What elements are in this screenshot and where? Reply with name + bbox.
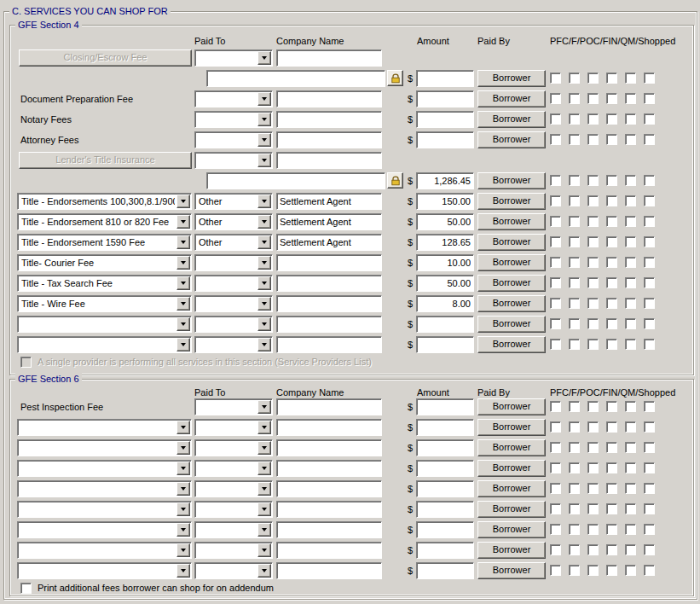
dropdown-arrow-button[interactable] xyxy=(257,564,271,578)
dropdown-arrow-button[interactable] xyxy=(257,502,271,516)
company-name-input[interactable] xyxy=(276,275,382,292)
amount-input[interactable] xyxy=(416,336,474,353)
paid-to-dropdown[interactable]: Other xyxy=(194,234,273,251)
company-name-input[interactable] xyxy=(276,295,382,312)
company-name-input[interactable] xyxy=(276,501,382,518)
paid-to-dropdown[interactable] xyxy=(194,480,273,497)
flag-checkbox-poc[interactable] xyxy=(587,442,599,453)
flag-checkbox-f[interactable] xyxy=(569,93,580,104)
flag-checkbox-f[interactable] xyxy=(569,277,580,288)
paid-to-dropdown[interactable] xyxy=(194,295,273,312)
paid-to-dropdown[interactable] xyxy=(194,521,273,538)
paid-to-dropdown[interactable] xyxy=(194,316,273,333)
flag-checkbox-poc[interactable] xyxy=(587,298,599,309)
single-provider-checkbox[interactable] xyxy=(20,357,32,368)
flag-checkbox-f[interactable] xyxy=(569,134,580,145)
flag-checkbox-fin[interactable] xyxy=(606,318,617,329)
dropdown-arrow-button[interactable] xyxy=(176,317,190,331)
fee-name-dropdown[interactable] xyxy=(17,542,192,559)
flag-checkbox-qm[interactable] xyxy=(625,257,636,268)
paid-to-dropdown[interactable] xyxy=(194,275,273,292)
flag-checkbox-fin[interactable] xyxy=(606,483,617,494)
flag-checkbox-poc[interactable] xyxy=(587,257,599,268)
flag-checkbox-pfc[interactable] xyxy=(550,216,561,227)
amount-input[interactable] xyxy=(416,172,474,189)
flag-checkbox-qm[interactable] xyxy=(625,134,636,145)
flag-checkbox-shopped[interactable] xyxy=(644,134,655,145)
amount-input[interactable] xyxy=(416,460,474,477)
amount-input[interactable] xyxy=(416,234,474,251)
company-name-input[interactable] xyxy=(276,152,382,169)
paid-to-dropdown[interactable]: Other xyxy=(194,213,273,230)
flag-checkbox-poc[interactable] xyxy=(587,503,599,514)
dropdown-arrow-button[interactable] xyxy=(176,235,190,249)
flag-checkbox-fin[interactable] xyxy=(606,216,617,227)
paid-by-borrower-button[interactable]: Borrower xyxy=(477,562,546,579)
paid-to-dropdown[interactable] xyxy=(194,254,273,271)
paid-to-dropdown[interactable] xyxy=(194,562,273,579)
flag-checkbox-poc[interactable] xyxy=(587,318,599,329)
dropdown-arrow-button[interactable] xyxy=(176,482,190,496)
flag-checkbox-qm[interactable] xyxy=(625,236,636,247)
flag-checkbox-f[interactable] xyxy=(569,339,580,350)
flag-checkbox-pfc[interactable] xyxy=(550,544,561,555)
dropdown-arrow-button[interactable] xyxy=(257,421,271,434)
flag-checkbox-shopped[interactable] xyxy=(644,401,655,412)
flag-checkbox-f[interactable] xyxy=(569,216,580,227)
company-name-input[interactable] xyxy=(276,111,382,128)
flag-checkbox-qm[interactable] xyxy=(625,483,636,494)
paid-to-dropdown[interactable] xyxy=(194,131,273,148)
company-name-input[interactable] xyxy=(276,213,382,230)
dropdown-arrow-button[interactable] xyxy=(257,441,271,455)
flag-checkbox-f[interactable] xyxy=(569,175,580,186)
paid-by-borrower-button[interactable]: Borrower xyxy=(477,439,546,456)
flag-checkbox-fin[interactable] xyxy=(606,565,617,576)
company-name-input[interactable] xyxy=(276,439,382,456)
flag-checkbox-fin[interactable] xyxy=(606,277,617,288)
flag-checkbox-f[interactable] xyxy=(569,524,580,535)
flag-checkbox-pfc[interactable] xyxy=(550,483,561,494)
company-name-input[interactable] xyxy=(276,419,382,436)
fee-name-dropdown[interactable] xyxy=(17,336,192,353)
amount-input[interactable] xyxy=(416,111,474,128)
paid-to-dropdown[interactable] xyxy=(194,460,273,477)
flag-checkbox-fin[interactable] xyxy=(606,73,617,84)
paid-by-borrower-button[interactable]: Borrower xyxy=(477,90,546,107)
paid-to-dropdown[interactable]: Other xyxy=(194,193,273,210)
dropdown-arrow-button[interactable] xyxy=(257,215,271,229)
dropdown-arrow-button[interactable] xyxy=(257,235,271,249)
company-name-input[interactable] xyxy=(276,49,382,67)
flag-checkbox-f[interactable] xyxy=(569,544,580,555)
flag-checkbox-pfc[interactable] xyxy=(550,421,561,433)
fee-name-dropdown[interactable]: Title - Tax Search Fee xyxy=(17,275,192,292)
flag-checkbox-qm[interactable] xyxy=(625,401,636,412)
fee-name-dropdown[interactable]: Title - Endorsement 810 or 820 Fee xyxy=(17,213,192,230)
flag-checkbox-poc[interactable] xyxy=(587,462,599,473)
company-name-input[interactable] xyxy=(276,254,382,271)
flag-checkbox-f[interactable] xyxy=(569,421,580,433)
flag-checkbox-poc[interactable] xyxy=(587,421,599,433)
amount-input[interactable] xyxy=(416,213,474,230)
amount-input[interactable] xyxy=(416,90,474,107)
flag-checkbox-qm[interactable] xyxy=(625,339,636,350)
fee-name-dropdown[interactable] xyxy=(17,521,192,538)
paid-to-dropdown[interactable] xyxy=(194,501,273,518)
flag-checkbox-shopped[interactable] xyxy=(644,524,655,535)
flag-checkbox-f[interactable] xyxy=(569,257,580,268)
amount-input[interactable] xyxy=(416,275,474,292)
flag-checkbox-qm[interactable] xyxy=(625,442,636,453)
dropdown-arrow-button[interactable] xyxy=(257,113,271,126)
dropdown-arrow-button[interactable] xyxy=(257,523,271,537)
flag-checkbox-qm[interactable] xyxy=(625,73,636,84)
flag-checkbox-poc[interactable] xyxy=(587,195,599,206)
flag-checkbox-pfc[interactable] xyxy=(550,277,561,288)
paid-by-borrower-button[interactable]: Borrower xyxy=(477,131,546,148)
amount-input[interactable] xyxy=(416,193,474,210)
flag-checkbox-qm[interactable] xyxy=(625,421,636,433)
flag-checkbox-pfc[interactable] xyxy=(550,524,561,535)
flag-checkbox-pfc[interactable] xyxy=(550,318,561,329)
flag-checkbox-qm[interactable] xyxy=(625,544,636,555)
flag-checkbox-pfc[interactable] xyxy=(550,339,561,350)
dropdown-arrow-button[interactable] xyxy=(257,317,271,331)
flag-checkbox-qm[interactable] xyxy=(625,298,636,309)
